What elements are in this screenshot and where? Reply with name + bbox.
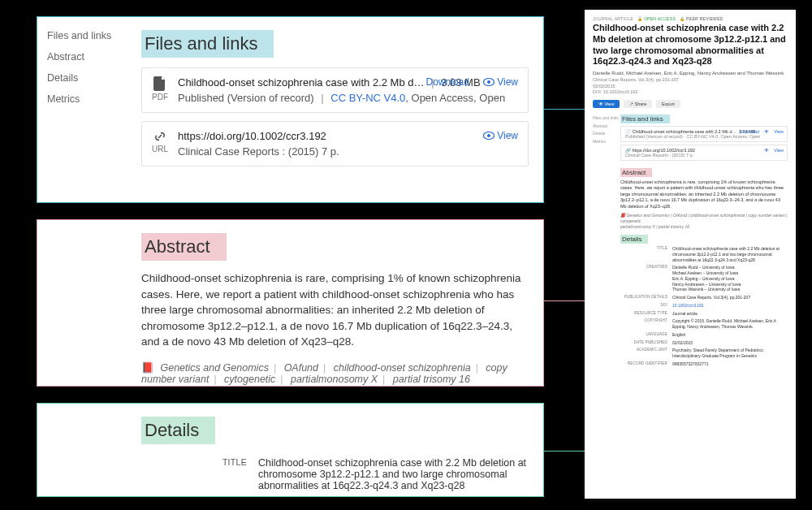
open-access-badge: 🔓 OPEN ACCESS (637, 16, 676, 21)
detail-value: 9983557327002771 (672, 361, 788, 367)
detail-label-title: TITLE (141, 457, 258, 491)
file-version: Published (Version of record) (178, 92, 314, 104)
file-card-pdf: PDF Childhood-onset schizophrenia case w… (141, 67, 529, 113)
files-links-heading: Files and links (141, 30, 274, 58)
detail-value: Danielle Rudd – University of IowaMichae… (672, 265, 788, 292)
section-nav: Files and links Abstract Details Metrics (47, 30, 111, 115)
eye-icon (483, 131, 495, 142)
view-link[interactable]: View (483, 130, 518, 141)
tag[interactable]: cytogenetic (224, 374, 275, 385)
nav-files-and-links[interactable]: Files and links (593, 115, 620, 123)
svg-point-3 (487, 134, 490, 137)
book-icon: 📕 (141, 362, 154, 374)
detail-label: DATE PUBLISHED (620, 340, 672, 346)
tag[interactable]: Genetics and Genomics (160, 362, 268, 374)
view-link[interactable]: 👁View (764, 129, 784, 134)
detail-row: COPYRIGHTCopyright © 2015. Danielle Rudd… (620, 318, 788, 330)
tag[interactable]: partial trisomy 16 (393, 374, 470, 385)
detail-value: Childhood-onset schizophrenia case with … (672, 246, 788, 262)
abstract-panel: Abstract Childhood-onset schizophrenia i… (37, 219, 544, 387)
abstract-heading: Abstract (620, 168, 652, 177)
nav-details[interactable]: Details (593, 130, 620, 138)
file-url-sub: Clinical Case Reports : (2015) 7 p. (178, 145, 518, 158)
full-page-preview: JOURNAL ARTICLE 🔓 OPEN ACCESS 🔒 PEER REV… (585, 10, 796, 499)
file-card-pdf: 📄 Childhood-onset schizophrenia case wit… (620, 126, 788, 142)
authors: Danielle Rudd, Michael Axelsen, Eric A. … (593, 71, 788, 76)
tag[interactable]: partialmonosomy X (291, 374, 378, 385)
detail-label: RESOURCE TYPE (620, 311, 672, 317)
detail-value: Psychiatry; Stead Family Department of P… (672, 348, 788, 359)
page-title: Childhood-onset schizophrenia case with … (593, 23, 788, 67)
citation-block: Clinical Case Reports, Vol.3(4), pp.201-… (593, 77, 788, 96)
tag-list: 📕 Genetics and Genomics | OAfund | child… (620, 213, 788, 230)
nav-details[interactable]: Details (47, 72, 111, 84)
detail-label: LANGUAGE (620, 332, 672, 338)
detail-label: CREATORS (620, 265, 672, 292)
detail-value-title: Childhood-onset schizophrenia case with … (258, 457, 529, 491)
pdf-icon: PDF (150, 76, 170, 102)
tag[interactable]: OAfund (284, 362, 318, 374)
section-nav: Files and links Abstract Details Metrics (593, 115, 620, 370)
detail-label: DOI (620, 303, 672, 309)
detail-row: DATE PUBLISHED02/02/2015 (620, 340, 788, 346)
abstract-text: Childhood-onset schizophrenia is rare, c… (141, 270, 529, 350)
detail-value: English (672, 332, 788, 338)
nav-metrics[interactable]: Metrics (47, 93, 111, 105)
details-panel: Details TITLE Childhood-onset schizophre… (37, 403, 544, 497)
connector-line (544, 300, 585, 301)
download-link[interactable]: Download (740, 129, 759, 134)
detail-row: DOI10.1002/ccr3.192 (620, 303, 788, 309)
nav-files-and-links[interactable]: Files and links (47, 30, 111, 41)
detail-label: ACADEMIC UNIT (620, 348, 672, 359)
record-type-row: JOURNAL ARTICLE 🔓 OPEN ACCESS 🔒 PEER REV… (593, 16, 788, 21)
connector-line (544, 109, 585, 110)
file-url[interactable]: https://doi.org/10.1002/ccr3.192 (178, 130, 326, 142)
link-icon: URL (150, 130, 170, 153)
view-link[interactable]: View (483, 76, 518, 88)
svg-point-1 (487, 80, 490, 84)
detail-row: RESOURCE TYPEJournal article (620, 311, 788, 317)
detail-value: 02/02/2015 (672, 340, 788, 346)
connector-line (544, 451, 585, 452)
details-heading: Details (141, 417, 215, 444)
detail-value: Journal article (672, 311, 788, 317)
detail-value: 10.1002/ccr3.192 (672, 303, 788, 309)
details-heading: Details (620, 235, 648, 244)
detail-row: LANGUAGEEnglish (620, 332, 788, 338)
export-button[interactable]: Export (656, 100, 680, 108)
files-links-heading: Files and links (620, 115, 670, 123)
detail-label: TITLE (620, 246, 672, 262)
file-access: , Open Access, Open (405, 92, 505, 104)
file-title: Childhood-onset schizophrenia case with … (178, 76, 425, 89)
detail-row: PUBLICATION DETAILSClinical Case Reports… (620, 295, 788, 300)
tag-list: 📕 Genetics and Genomics| OAfund| childho… (141, 361, 529, 385)
share-button[interactable]: ↗ Share (624, 100, 652, 108)
detail-value: Copyright © 2015. Danielle Rudd, Michael… (672, 318, 788, 330)
nav-metrics[interactable]: Metrics (593, 138, 620, 146)
abstract-text: Childhood-onset schizophrenia is rare, c… (620, 179, 788, 210)
file-license[interactable]: CC BY-NC V4.0 (330, 92, 405, 104)
detail-label: COPYRIGHT (620, 318, 672, 330)
abstract-heading: Abstract (141, 233, 227, 261)
tag[interactable]: childhood-onset schizophrenia (334, 362, 471, 374)
view-link[interactable]: 👁View (764, 148, 784, 153)
peer-reviewed-badge: 🔒 PEER REVIEWED (680, 16, 723, 21)
download-link[interactable]: Download (425, 76, 469, 88)
detail-label: PUBLICATION DETAILS (620, 295, 672, 300)
nav-abstract[interactable]: Abstract (593, 123, 620, 131)
file-card-url: URL https://doi.org/10.1002/ccr3.192 Cli… (141, 121, 529, 166)
detail-row: CREATORSDanielle Rudd – University of Io… (620, 265, 788, 292)
file-card-url: 🔗 https://doi.org/10.1002/ccr3.192 👁View… (620, 145, 788, 161)
detail-value: Clinical Case Reports, Vol.3(4), pp.201-… (672, 295, 788, 300)
nav-abstract[interactable]: Abstract (47, 51, 111, 63)
detail-label: RECORD IDENTIFIER (620, 361, 672, 367)
detail-row: RECORD IDENTIFIER9983557327002771 (620, 361, 788, 367)
detail-row: TITLEChildhood-onset schizophrenia case … (620, 246, 788, 262)
eye-icon (483, 77, 495, 89)
files-links-panel: Files and links Abstract Details Metrics… (37, 16, 544, 203)
detail-row: ACADEMIC UNITPsychiatry; Stead Family De… (620, 348, 788, 359)
view-button[interactable]: 👁 View (593, 100, 620, 108)
